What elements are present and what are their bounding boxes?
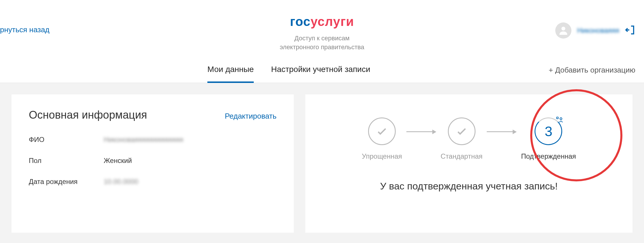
back-link[interactable]: рнуться назад xyxy=(0,25,50,34)
step-label-1: Упрощенная xyxy=(362,152,402,160)
connector-line xyxy=(406,131,432,132)
info-row-gender: Пол Женский xyxy=(29,157,276,165)
step-circle-2 xyxy=(448,117,476,145)
username-label[interactable]: Никоноваяяя xyxy=(577,26,619,35)
arrow-icon xyxy=(513,130,517,134)
logo-part-gos: гос xyxy=(290,14,311,29)
step-circle-3: 3 xyxy=(535,117,562,145)
step-label-2: Стандартная xyxy=(441,152,482,160)
step-label-3: Подтвержденная xyxy=(521,152,576,160)
fio-label: ФИО xyxy=(29,136,104,144)
logout-icon[interactable] xyxy=(625,25,635,36)
fio-value: Никоноваяяяяяяяяяяяяя xyxy=(104,136,183,144)
gender-value: Женский xyxy=(104,157,132,165)
logo-part-uslugi: услуги xyxy=(310,14,354,29)
add-organization-link[interactable]: + Добавить организацию xyxy=(549,66,635,75)
confirmed-message: У вас подтвержденная учетная запись! xyxy=(323,181,615,192)
tab-account-settings[interactable]: Настройки учетной записи xyxy=(271,58,370,83)
person-badge-icon xyxy=(556,116,564,124)
info-row-dob: Дата рождения 10.00.0000 xyxy=(29,178,276,186)
steps-row: Упрощенная Стандартная 3 xyxy=(323,117,615,160)
tagline-line1: Доступ к сервисам xyxy=(0,34,644,43)
main-info-card: Основная информация Редактировать ФИО Ни… xyxy=(12,94,294,233)
arrow-icon xyxy=(432,130,436,134)
user-block: Никоноваяяя xyxy=(555,22,635,39)
step-simplified: Упрощенная xyxy=(362,117,402,160)
svg-point-0 xyxy=(561,27,565,31)
header-bar: рнуться назад госуслуги Доступ к сервиса… xyxy=(0,0,644,58)
tabs-center: Мои данные Настройки учетной записи xyxy=(207,58,370,83)
content-area: Основная информация Редактировать ФИО Ни… xyxy=(0,83,644,243)
connector-line xyxy=(487,131,513,132)
step-number-3: 3 xyxy=(545,124,552,139)
tab-my-data[interactable]: Мои данные xyxy=(207,58,254,83)
dob-label: Дата рождения xyxy=(29,178,104,186)
site-logo[interactable]: госуслуги xyxy=(0,14,644,29)
info-row-fio: ФИО Никоноваяяяяяяяяяяяяя xyxy=(29,136,276,144)
tagline-line2: электронного правительства xyxy=(0,43,644,52)
step-connector-1 xyxy=(406,130,436,134)
svg-point-2 xyxy=(560,118,562,120)
svg-rect-1 xyxy=(557,117,558,119)
tabs-row: Мои данные Настройки учетной записи + До… xyxy=(0,58,644,83)
step-confirmed: 3 Подтвержденная xyxy=(521,117,576,160)
account-status-card: Упрощенная Стандартная 3 xyxy=(305,94,632,233)
check-icon xyxy=(455,125,468,138)
check-icon xyxy=(376,125,388,138)
logo-block: госуслуги Доступ к сервисам электронного… xyxy=(0,14,644,52)
avatar[interactable] xyxy=(555,22,571,39)
step-connector-2 xyxy=(487,130,517,134)
tagline: Доступ к сервисам электронного правитель… xyxy=(0,34,644,52)
main-info-title: Основная информация xyxy=(29,109,147,121)
avatar-icon xyxy=(558,25,569,36)
gender-label: Пол xyxy=(29,157,104,165)
edit-link[interactable]: Редактировать xyxy=(225,112,276,121)
dob-value: 10.00.0000 xyxy=(104,178,138,186)
step-circle-1 xyxy=(368,117,396,145)
step-standard: Стандартная xyxy=(441,117,482,160)
card-header: Основная информация Редактировать xyxy=(29,109,276,121)
